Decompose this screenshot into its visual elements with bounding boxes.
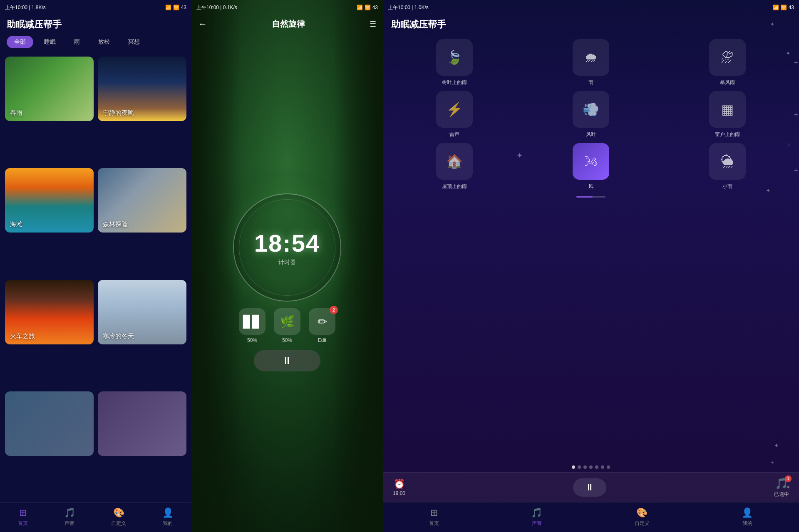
app-title-right: 助眠减压帮手 (391, 18, 791, 31)
nav-sound-left[interactable]: 🎵 声音 (64, 507, 75, 527)
sound-wind[interactable]: 🌬 风 (526, 143, 656, 198)
sound-icon-right: 🎵 (531, 507, 542, 518)
add-window-rain-icon[interactable]: + (794, 110, 798, 119)
sound-icon-wind-leaves: 💨 (573, 91, 609, 128)
status-icons-middle: 📶 🛜 43 (357, 5, 378, 10)
grid-label-forest: 森林探险 (103, 220, 128, 228)
grid-label-winter: 寒冷的冬天 (103, 332, 134, 340)
nav-custom-label-left: 自定义 (111, 520, 126, 527)
right-bottom-bar: ⏰ 19:00 ⏸ 🎵 1 已选中 (383, 472, 799, 502)
storm-label: 暴风雨 (720, 79, 735, 86)
edit-icon-box: 2 ✏ (309, 308, 335, 335)
right-header: 助眠减压帮手 (383, 15, 799, 36)
edit-label: Edit (318, 337, 327, 343)
pause-icon: ⏸ (282, 355, 292, 366)
sound-roof-rain[interactable]: 🏠 屋顶上的雨 ✦ (390, 143, 519, 198)
bottom-nav-left: ⊞ 首页 🎵 声音 🎨 自定义 👤 我的 (0, 502, 191, 532)
nav-profile-left[interactable]: 👤 我的 (162, 507, 174, 527)
selected-badge: 1 (785, 475, 792, 482)
filter-all[interactable]: 全部 (7, 36, 33, 48)
nav-profile-right[interactable]: 👤 我的 (742, 507, 753, 527)
grid-item-forest[interactable]: 森林探险 (98, 168, 186, 233)
storm-icon: ⛈ (721, 50, 734, 65)
nav-home-right[interactable]: ⊞ 首页 (429, 507, 439, 527)
dot-6 (601, 465, 604, 469)
dot-2 (578, 465, 581, 469)
wind-slider-track (576, 196, 605, 198)
window-rain-icon: ▦ (721, 101, 734, 117)
thunder-label: 雷声 (449, 131, 459, 138)
sound-icon-drizzle: 🌦 (709, 143, 746, 180)
drizzle-label: 小雨 (722, 183, 732, 190)
eq-control[interactable]: ▊▊ 50% (239, 308, 266, 343)
app-title-left: 助眠减压帮手 (7, 18, 185, 31)
filter-sleep[interactable]: 睡眠 (37, 36, 63, 48)
wind-slider-fill (576, 196, 593, 198)
edit-control[interactable]: 2 ✏ Edit (309, 308, 335, 343)
sound-drizzle[interactable]: 🌦 小雨 + (663, 143, 792, 198)
sound-thunder[interactable]: ⚡ 雷声 (390, 91, 519, 138)
filter-rain[interactable]: 雨 (67, 36, 87, 48)
sound-wind-leaves[interactable]: 💨 风叶 (526, 91, 656, 138)
roof-rain-label: 屋顶上的雨 (442, 183, 467, 190)
drizzle-icon: 🌦 (721, 154, 734, 169)
back-button[interactable]: ← (198, 19, 207, 30)
grid-label-night: 宁静的夜晚 (103, 109, 134, 117)
selected-label: 已选中 (774, 491, 789, 498)
sound-icon-window-rain: ▦ (709, 91, 746, 128)
menu-button[interactable]: ☰ (370, 20, 376, 29)
status-bar-left: 上午10:00 | 1.8K/s 📶 🛜 43 (0, 0, 191, 15)
filter-meditate[interactable]: 冥想 (121, 36, 147, 48)
bottom-nav-right: ⊞ 首页 🎵 声音 🎨 自定义 👤 我的 (383, 502, 799, 532)
timer-time: 19:00 (393, 490, 405, 496)
grid-item-train[interactable]: 火车之旅 (5, 280, 94, 344)
filter-relax[interactable]: 放松 (91, 36, 117, 48)
rain-icon: 🌧 (584, 50, 598, 65)
wind-leaves-label: 风叶 (586, 131, 596, 138)
grid-item-spring[interactable]: 春雨 (5, 57, 94, 121)
clock-circle: 18:54 计时器 (233, 193, 341, 302)
sound-leaf-rain[interactable]: 🍃 树叶上的雨 (390, 39, 519, 86)
clock-time: 18:54 (254, 229, 320, 257)
sound-window-rain[interactable]: ▦ 窗户上的雨 + (663, 91, 792, 138)
grid-item-8[interactable] (98, 391, 186, 456)
thunder-icon: ⚡ (446, 101, 463, 117)
nav-custom-right[interactable]: 🎨 自定义 (635, 507, 650, 527)
grid-label-spring: 春雨 (10, 109, 22, 117)
nature-control[interactable]: 🌿 50% (274, 308, 300, 343)
status-bar-right: 上午10:00 | 1.0K/s 📶 🛜 43 (383, 0, 799, 15)
add-storm-icon[interactable]: + (794, 58, 798, 67)
status-time-middle: 上午10:00 | 0.1K/s (196, 4, 237, 11)
timer-display[interactable]: ⏰ 19:00 (393, 479, 405, 496)
add-drizzle-icon[interactable]: + (794, 166, 798, 175)
sound-icon-rain: 🌧 (573, 39, 609, 76)
nav-sound-right[interactable]: 🎵 声音 (531, 507, 542, 527)
content-grid: 春雨 宁静的夜晚 海滩 森林探险 火车之旅 寒冷的冬天 (0, 53, 191, 502)
grid-label-beach: 海滩 (10, 220, 22, 228)
sound-icon-left: 🎵 (64, 507, 75, 518)
add-roof-rain-icon[interactable]: ✦ (516, 151, 523, 160)
sound-storm[interactable]: ⛈ 暴风雨 + (663, 39, 792, 86)
status-bar-middle: 上午10:00 | 0.1K/s 📶 🛜 43 (191, 0, 383, 15)
panel-middle: 上午10:00 | 0.1K/s 📶 🛜 43 ← 自然旋律 ☰ 18:54 计… (191, 0, 383, 532)
wind-icon: 🌬 (584, 154, 598, 169)
sound-rain[interactable]: 🌧 雨 (526, 39, 656, 86)
right-play-button[interactable]: ⏸ (573, 478, 606, 497)
status-time-right: 上午10:00 | 1.0K/s (388, 4, 429, 11)
controls-row: ▊▊ 50% 🌿 50% 2 ✏ Edit (239, 308, 335, 343)
nature-icon: 🌿 (280, 315, 295, 329)
sound-icon-thunder: ⚡ (436, 91, 473, 128)
grid-item-7[interactable] (5, 391, 94, 456)
play-pause-button[interactable]: ⏸ (254, 350, 320, 371)
status-time-left: 上午10:00 | 1.8K/s (5, 4, 46, 11)
grid-item-winter[interactable]: 寒冷的冬天 (98, 280, 186, 344)
nav-custom-left[interactable]: 🎨 自定义 (111, 507, 126, 527)
wind-label: 风 (588, 183, 593, 190)
dot-7 (607, 465, 610, 469)
nav-home-left[interactable]: ⊞ 首页 (18, 507, 28, 527)
selected-indicator[interactable]: 🎵 1 已选中 (774, 477, 789, 498)
home-icon-right: ⊞ (430, 507, 438, 518)
panel-right: ✦ ✦ + ✦ ✦ + ✦ 上午10:00 | 1.0K/s 📶 🛜 43 助眠… (383, 0, 799, 532)
grid-item-beach[interactable]: 海滩 (5, 168, 94, 233)
grid-item-night[interactable]: 宁静的夜晚 (98, 57, 186, 121)
